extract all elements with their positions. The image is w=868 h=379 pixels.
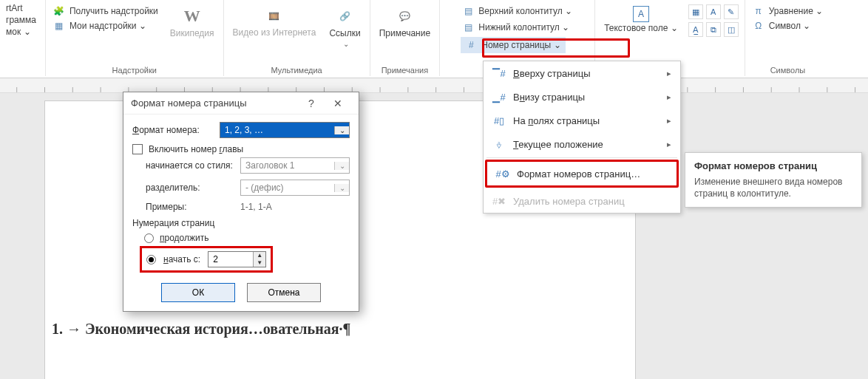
include-chapter-label: Включить номер главы	[149, 144, 243, 154]
separator-dropdown[interactable]: - (дефис) ⌄	[240, 180, 350, 196]
starts-style-value: Заголовок 1	[241, 160, 334, 171]
number-format-label: Формат номера:	[132, 125, 214, 135]
symbol-label: Символ ⌄	[769, 21, 811, 31]
wikipedia-label: Википедия	[170, 28, 214, 38]
signature-icon[interactable]: ✎	[724, 4, 739, 19]
frag-l3[interactable]: мок ⌄	[6, 27, 34, 38]
include-chapter-checkbox[interactable]: Включить номер главы	[132, 144, 350, 154]
wikipedia-icon: W	[182, 6, 203, 27]
frag-l2: грамма	[6, 15, 39, 27]
footer-icon: ▤	[462, 21, 474, 33]
links-button[interactable]: 🔗 Ссылки ⌄	[326, 4, 363, 49]
menu-item-top-label: Вверху страницы	[513, 68, 591, 79]
get-addins-label: Получить надстройки	[69, 6, 158, 16]
tooltip-title: Формат номеров страниц	[694, 160, 852, 171]
menu-separator	[486, 157, 677, 158]
footer-button[interactable]: ▤ Нижний колонтитул ⌄	[461, 21, 571, 34]
date-icon[interactable]: ⧉	[706, 22, 721, 37]
page-bottom-icon: ▁#	[492, 90, 506, 103]
wikipedia-button[interactable]: W Википедия	[167, 4, 217, 40]
header-icon: ▤	[462, 5, 474, 17]
links-label: Ссылки	[329, 28, 360, 38]
radio-icon	[144, 233, 154, 243]
object-icon[interactable]: ◫	[724, 22, 739, 37]
my-addins-label: Мои надстройки ⌄	[69, 21, 146, 31]
page-margin-icon: #▯	[492, 114, 506, 127]
wordart-icon[interactable]: A	[706, 4, 721, 19]
examples-value: 1-1, 1-A	[240, 202, 272, 212]
frag-l1: rtArt	[6, 3, 26, 15]
help-button[interactable]: ?	[298, 98, 325, 109]
equation-label: Уравнение ⌄	[769, 6, 823, 16]
tooltip-body: Изменение внешнего вида номеров страниц …	[694, 176, 852, 199]
menu-item-current-position[interactable]: ⎀ Текущее положение ▸	[484, 132, 680, 156]
starts-style-dropdown[interactable]: Заголовок 1 ⌄	[240, 157, 350, 174]
menu-item-remove-page-numbers[interactable]: #✖ Удалить номера страниц	[484, 189, 680, 213]
addins-icon: ▦	[53, 20, 65, 32]
cancel-button[interactable]: Отмена	[247, 283, 321, 302]
chevron-down-icon: ⌄	[334, 162, 349, 170]
add-comment-label: Примечание	[379, 28, 430, 38]
tooltip-format-page-numbers: Формат номеров страниц Изменение внешнег…	[685, 152, 862, 208]
page-number-icon: #	[465, 39, 477, 51]
page-number-button[interactable]: # Номер страницы ⌄	[461, 37, 565, 53]
my-addins-button[interactable]: ▦ Мои надстройки ⌄	[52, 19, 148, 33]
close-button[interactable]: ✕	[325, 98, 351, 109]
equation-button[interactable]: π Уравнение ⌄	[751, 4, 824, 18]
ribbon-group-symbols: π Уравнение ⌄ Ω Символ ⌄ Символы	[745, 0, 830, 76]
menu-item-format-label: Формат номеров страниц…	[517, 168, 640, 180]
cursor-pos-icon: ⎀	[492, 137, 506, 151]
dropcap-icon[interactable]: A̲	[688, 22, 703, 37]
start-at-spinner[interactable]: ▲ ▼	[208, 251, 266, 267]
menu-item-page-margins[interactable]: #▯ На полях страницы ▸	[484, 109, 680, 132]
radio-icon-checked[interactable]	[146, 255, 156, 264]
menu-item-current-label: Текущее положение	[513, 139, 603, 150]
start-at-highlight: начать с: ▲ ▼	[140, 246, 273, 273]
add-comment-button[interactable]: 💬 Примечание	[376, 4, 433, 40]
symbol-button[interactable]: Ω Символ ⌄	[751, 19, 813, 33]
numbering-group-label: Нумерация страниц	[132, 218, 350, 228]
number-format-dropdown[interactable]: 1, 2, 3, … ⌄	[220, 122, 350, 138]
submenu-arrow-icon: ▸	[667, 92, 671, 102]
continue-radio[interactable]: продолжить	[144, 233, 350, 243]
separator-value: - (дефис)	[241, 182, 334, 193]
chevron-down-icon: ⌄	[334, 126, 349, 134]
text-box-label: Текстовое поле ⌄	[604, 24, 678, 33]
menu-item-format-page-numbers[interactable]: #⚙ Формат номеров страниц…	[485, 160, 679, 188]
dialog-titlebar[interactable]: Формат номера страницы ? ✕	[123, 92, 359, 115]
dialog-body: Формат номера: 1, 2, 3, … ⌄ Включить ном…	[123, 115, 359, 311]
text-box-icon: A	[633, 6, 649, 22]
menu-item-top-of-page[interactable]: ▔# Вверху страницы ▸	[484, 61, 680, 85]
menu-item-remove-label: Удалить номера страниц	[513, 196, 625, 207]
text-box-button[interactable]: A Текстовое поле ⌄	[601, 4, 681, 35]
footer-label: Нижний колонтитул ⌄	[478, 22, 569, 33]
quick-parts-icon[interactable]: ▦	[688, 4, 703, 19]
ribbon-group-truncated-left: rtArt грамма мок ⌄	[0, 0, 46, 76]
menu-item-bottom-label: Внизу страницы	[513, 92, 585, 103]
menu-item-bottom-of-page[interactable]: ▁# Внизу страницы ▸	[484, 85, 680, 109]
examples-label: Примеры:	[146, 202, 234, 212]
continue-label: продолжить	[160, 233, 208, 243]
horizontal-ruler[interactable]	[0, 78, 868, 93]
page-top-icon: ▔#	[492, 66, 506, 80]
video-icon: 🎞️	[264, 6, 285, 27]
pi-icon: π	[753, 5, 764, 17]
checkbox-box	[132, 144, 143, 154]
online-video-button[interactable]: 🎞️ Видео из Интернета	[230, 4, 319, 39]
spin-down-button[interactable]: ▼	[254, 259, 265, 267]
start-at-input[interactable]	[208, 252, 253, 267]
get-addins-button[interactable]: 🧩 Получить надстройки	[52, 4, 160, 18]
online-video-label: Видео из Интернета	[233, 28, 316, 38]
submenu-arrow-icon: ▸	[667, 116, 671, 126]
ribbon-group-media: 🎞️ Видео из Интернета 🔗 Ссылки ⌄ Мультим…	[224, 0, 370, 76]
header-button[interactable]: ▤ Верхний колонтитул ⌄	[461, 4, 574, 18]
separator-label: разделитель:	[146, 182, 234, 193]
page-number-menu: ▔# Вверху страницы ▸ ▁# Внизу страницы ▸…	[483, 61, 681, 214]
comment-icon: 💬	[394, 6, 415, 27]
spin-up-button[interactable]: ▲	[254, 252, 265, 259]
symbols-group-label: Символы	[770, 64, 806, 75]
dialog-title: Формат номера страницы	[131, 98, 298, 109]
store-icon: 🧩	[53, 5, 65, 17]
omega-icon: Ω	[753, 20, 764, 32]
ok-button[interactable]: ОК	[161, 283, 235, 302]
